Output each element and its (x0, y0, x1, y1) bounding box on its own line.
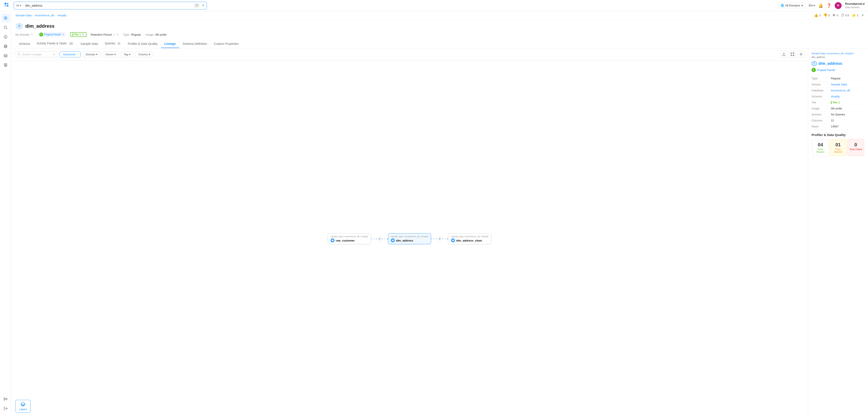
search-clear-button[interactable]: ✕ (202, 3, 205, 7)
panel-owner[interactable]: P Prajwal Pandit (811, 68, 865, 72)
globe-icon: 🌐 (781, 4, 784, 7)
breadcrumb-sample-data[interactable]: Sample Data (16, 14, 32, 17)
tab-schema[interactable]: Schema (16, 40, 33, 48)
owner-filter-chevron-icon: ▾ (115, 53, 116, 56)
search-filter-dropdown[interactable]: All ▾ (16, 4, 23, 7)
prop-tier: Tier Tier 1 (811, 99, 865, 105)
panel-breadcrumb-ecommerce-db[interactable]: ecommerce_db (827, 52, 843, 55)
entity-title-row: T dim_address (16, 22, 864, 30)
breadcrumb: Sample Data / ecommerce_db / shopify (16, 14, 66, 17)
domain-selector[interactable]: 🌐 All Domains ▾ (778, 3, 805, 8)
logo[interactable] (3, 2, 11, 9)
global-search-bar[interactable]: All ▾ ⌘ ✕ (14, 2, 207, 9)
prop-schema-val[interactable]: shopify (831, 95, 840, 98)
panel-breadcrumb-shopify[interactable]: shopify (845, 52, 853, 55)
lineage-node-dim-address[interactable]: sample_data / ecommerce_db / shopify dim… (388, 233, 431, 244)
retention-edit-icon[interactable]: ✎ (116, 33, 119, 36)
settings-button[interactable] (798, 51, 804, 58)
svg-line-18 (5, 398, 6, 399)
sidebar-item-insights[interactable] (1, 33, 10, 41)
tab-profiler[interactable]: Profiler & Data Quality (124, 40, 161, 48)
like-button[interactable]: 👍 3 (814, 13, 820, 18)
share-button[interactable]: ↗ (861, 13, 864, 18)
views-icon: 👁 (832, 13, 836, 18)
prop-service-val[interactable]: Sample Data (831, 83, 847, 86)
sidebar-item-lineage-view[interactable] (1, 395, 10, 403)
svg-marker-28 (392, 239, 394, 242)
prop-columns-key: Columns (811, 119, 831, 122)
tier-value-text: Tier 1 (832, 101, 840, 104)
sidebar-item-book[interactable] (1, 61, 10, 69)
prop-service: Service Sample Data (811, 82, 865, 88)
domain-filter-button[interactable]: Domain ▾ (83, 52, 100, 57)
owner-edit-icon[interactable]: ✎ (62, 33, 64, 36)
prop-rows-key: Rows (811, 125, 831, 128)
owner-badge[interactable]: P Prajwal Pandit ✎ (37, 32, 66, 37)
panel-breadcrumb-sample-data[interactable]: Sample Data (811, 52, 825, 55)
tab-custom-props[interactable]: Custom Properties (210, 40, 242, 48)
sidebar-item-explore[interactable] (1, 14, 10, 22)
views-button[interactable]: 👁 0 (832, 13, 838, 18)
lineage-node-raw-customer[interactable]: sample_data / ecommerce_db / shopify raw… (328, 233, 371, 244)
fullscreen-button[interactable] (789, 51, 796, 58)
lineage-graph-area[interactable]: sample_data / ecommerce_db / shopify raw… (11, 61, 808, 417)
tab-activity[interactable]: Activity Feeds & Tasks 10 (33, 39, 77, 48)
left-sidebar (0, 11, 11, 417)
breadcrumb-ecommerce-db[interactable]: ecommerce_db (35, 14, 54, 17)
panel-properties: Type Regular Service Sample Data Databas… (811, 75, 865, 130)
panel-entity-name: dim_address (818, 61, 842, 66)
stat-passed[interactable]: 04 Tests Passed (812, 139, 829, 156)
advanced-filter-button[interactable]: Advanced › (60, 52, 81, 57)
sidebar-item-database[interactable] (1, 52, 10, 60)
layers-button[interactable]: Layers (16, 400, 30, 413)
stat-failed[interactable]: 0 Tests Failed (847, 139, 864, 156)
search-lineage-input[interactable]: Search Lineage ▾ (14, 52, 58, 57)
help-icon[interactable]: ❓ (827, 3, 831, 8)
lineage-main: Search Lineage ▾ Advanced › Domain ▾ Own… (11, 48, 808, 417)
prop-database-key: Database (811, 89, 831, 92)
tab-schema-def[interactable]: Schema Definition (179, 40, 211, 48)
node-dim-address-clean-label: dim_address_clean (456, 239, 482, 242)
prop-type: Type Regular (811, 75, 865, 82)
top-navigation: All ▾ ⌘ ✕ 🌐 All Domains ▾ EN ▾ 🔔 ❓ R Rou… (0, 0, 868, 11)
owner-filter-button[interactable]: Owner ▾ (102, 52, 119, 57)
column-filter-button[interactable]: Column ▾ (135, 52, 153, 57)
stat-aborted[interactable]: 01 Tests Aborted (830, 139, 846, 156)
tab-queries[interactable]: Queries 0 (101, 39, 124, 48)
prop-usage-val: 0th pctile (831, 107, 842, 110)
dislike-button[interactable]: 👎 0 (823, 13, 830, 18)
svg-rect-3 (7, 5, 8, 7)
tab-lineage[interactable]: Lineage (161, 40, 179, 48)
user-role: Data Steward (845, 6, 865, 9)
tier-edit-icon[interactable]: ✎ (82, 33, 84, 36)
star-button[interactable]: ⭐ 2 (852, 13, 858, 18)
sidebar-item-search[interactable] (1, 23, 10, 32)
prop-columns: Columns 12 (811, 118, 865, 124)
domain-edit-icon[interactable]: ✎ (31, 33, 33, 36)
search-input[interactable] (25, 4, 192, 7)
stat-aborted-number: 01 (832, 142, 844, 148)
search-filter-label: All (16, 4, 19, 7)
tag-filter-button[interactable]: Tag ▾ (121, 52, 133, 57)
sidebar-item-logout[interactable] (1, 404, 10, 413)
node-dim-address-icon (391, 238, 395, 243)
type-label: Type: (123, 33, 130, 36)
language-selector[interactable]: EN ▾ (809, 4, 815, 7)
prop-type-val: Regular (831, 77, 841, 80)
prop-database-val[interactable]: ecommerce_db (831, 89, 850, 92)
svg-rect-1 (7, 3, 8, 4)
notifications-icon[interactable]: 🔔 (818, 3, 823, 8)
user-avatar[interactable]: R (835, 2, 842, 9)
stat-passed-label: Tests Passed (814, 148, 827, 153)
panel-owner-name: Prajwal Pandit (817, 68, 835, 72)
lineage-node-dim-address-clean[interactable]: sample_data / ecommerce_db / shopify dim… (448, 233, 491, 244)
sidebar-item-globe[interactable] (1, 42, 10, 51)
no-domain-label: No Domain (16, 33, 29, 36)
usage-label: Usage: (145, 33, 154, 36)
tab-sample-data[interactable]: Sample Data (77, 40, 101, 48)
tier-badge[interactable]: Tier 1 ✎ (70, 32, 87, 37)
stat-failed-number: 0 (849, 142, 862, 148)
export-button[interactable] (780, 51, 787, 58)
time-button[interactable]: ⏱ 0.6 (841, 13, 849, 18)
breadcrumb-shopify[interactable]: shopify (58, 14, 66, 17)
